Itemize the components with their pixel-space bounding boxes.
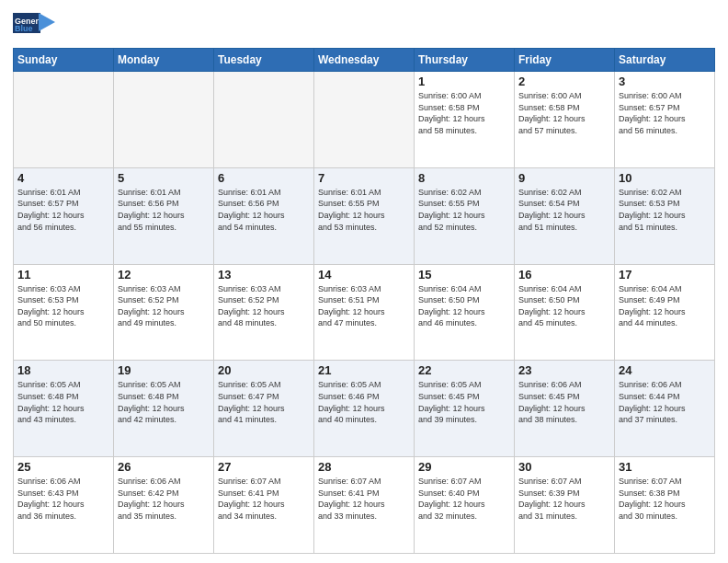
day-number: 15 xyxy=(418,268,510,282)
day-info: Sunrise: 6:01 AMSunset: 6:56 PMDaylight:… xyxy=(118,187,210,233)
calendar-week-row: 4Sunrise: 6:01 AMSunset: 6:57 PMDaylight… xyxy=(14,167,715,264)
day-info: Sunrise: 6:01 AMSunset: 6:56 PMDaylight:… xyxy=(218,187,310,233)
day-info: Sunrise: 6:01 AMSunset: 6:57 PMDaylight:… xyxy=(17,187,109,233)
day-header-sunday: Sunday xyxy=(14,49,114,72)
day-number: 21 xyxy=(318,363,410,377)
calendar-cell: 26Sunrise: 6:06 AMSunset: 6:42 PMDayligh… xyxy=(114,457,214,554)
day-info: Sunrise: 6:06 AMSunset: 6:43 PMDaylight:… xyxy=(17,476,109,522)
calendar-cell: 19Sunrise: 6:05 AMSunset: 6:48 PMDayligh… xyxy=(114,361,214,457)
calendar-week-row: 1Sunrise: 6:00 AMSunset: 6:58 PMDaylight… xyxy=(14,72,715,168)
day-number: 23 xyxy=(518,363,610,377)
day-number: 14 xyxy=(318,268,410,282)
calendar-cell: 12Sunrise: 6:03 AMSunset: 6:52 PMDayligh… xyxy=(114,264,214,361)
day-info: Sunrise: 6:01 AMSunset: 6:55 PMDaylight:… xyxy=(318,187,410,233)
calendar-cell xyxy=(114,72,214,168)
day-info: Sunrise: 6:06 AMSunset: 6:44 PMDaylight:… xyxy=(619,379,711,425)
calendar-table: SundayMondayTuesdayWednesdayThursdayFrid… xyxy=(13,48,715,554)
calendar-cell: 24Sunrise: 6:06 AMSunset: 6:44 PMDayligh… xyxy=(615,361,715,457)
calendar-cell: 6Sunrise: 6:01 AMSunset: 6:56 PMDaylight… xyxy=(214,167,314,264)
calendar-cell xyxy=(14,72,114,168)
day-info: Sunrise: 6:03 AMSunset: 6:53 PMDaylight:… xyxy=(17,283,109,329)
calendar-cell: 14Sunrise: 6:03 AMSunset: 6:51 PMDayligh… xyxy=(314,264,415,361)
day-info: Sunrise: 6:05 AMSunset: 6:48 PMDaylight:… xyxy=(118,379,210,425)
day-info: Sunrise: 6:00 AMSunset: 6:57 PMDaylight:… xyxy=(619,90,711,136)
calendar-cell: 16Sunrise: 6:04 AMSunset: 6:50 PMDayligh… xyxy=(515,264,615,361)
day-number: 6 xyxy=(218,171,310,185)
day-info: Sunrise: 6:07 AMSunset: 6:39 PMDaylight:… xyxy=(518,476,610,522)
day-info: Sunrise: 6:07 AMSunset: 6:40 PMDaylight:… xyxy=(418,476,510,522)
header: General Blue xyxy=(13,9,715,42)
day-number: 31 xyxy=(619,460,711,474)
day-number: 2 xyxy=(518,75,610,88)
day-number: 19 xyxy=(118,363,210,377)
day-number: 16 xyxy=(518,268,610,282)
day-info: Sunrise: 6:07 AMSunset: 6:41 PMDaylight:… xyxy=(318,476,410,522)
day-info: Sunrise: 6:02 AMSunset: 6:54 PMDaylight:… xyxy=(518,187,610,233)
day-info: Sunrise: 6:05 AMSunset: 6:45 PMDaylight:… xyxy=(418,379,510,425)
calendar-cell: 15Sunrise: 6:04 AMSunset: 6:50 PMDayligh… xyxy=(415,264,515,361)
day-info: Sunrise: 6:07 AMSunset: 6:38 PMDaylight:… xyxy=(619,476,711,522)
day-number: 28 xyxy=(318,460,410,474)
day-number: 13 xyxy=(218,268,310,282)
day-header-wednesday: Wednesday xyxy=(314,49,415,72)
day-header-monday: Monday xyxy=(114,49,214,72)
day-info: Sunrise: 6:06 AMSunset: 6:42 PMDaylight:… xyxy=(118,476,210,522)
calendar-cell xyxy=(214,72,314,168)
calendar-week-row: 25Sunrise: 6:06 AMSunset: 6:43 PMDayligh… xyxy=(14,457,715,554)
day-info: Sunrise: 6:04 AMSunset: 6:50 PMDaylight:… xyxy=(518,283,610,329)
day-header-saturday: Saturday xyxy=(615,49,715,72)
calendar-cell: 31Sunrise: 6:07 AMSunset: 6:38 PMDayligh… xyxy=(615,457,715,554)
calendar-cell: 5Sunrise: 6:01 AMSunset: 6:56 PMDaylight… xyxy=(114,167,214,264)
day-info: Sunrise: 6:07 AMSunset: 6:41 PMDaylight:… xyxy=(218,476,310,522)
logo-icon: General Blue xyxy=(13,9,55,42)
day-info: Sunrise: 6:02 AMSunset: 6:55 PMDaylight:… xyxy=(418,187,510,233)
day-number: 27 xyxy=(218,460,310,474)
calendar-cell: 17Sunrise: 6:04 AMSunset: 6:49 PMDayligh… xyxy=(615,264,715,361)
day-info: Sunrise: 6:05 AMSunset: 6:47 PMDaylight:… xyxy=(218,379,310,425)
calendar-cell: 30Sunrise: 6:07 AMSunset: 6:39 PMDayligh… xyxy=(515,457,615,554)
day-info: Sunrise: 6:05 AMSunset: 6:46 PMDaylight:… xyxy=(318,379,410,425)
page: General Blue SundayMondayTuesdayWednesda… xyxy=(0,0,728,563)
calendar-cell: 1Sunrise: 6:00 AMSunset: 6:58 PMDaylight… xyxy=(415,72,515,168)
day-header-thursday: Thursday xyxy=(415,49,515,72)
day-info: Sunrise: 6:03 AMSunset: 6:51 PMDaylight:… xyxy=(318,283,410,329)
calendar-cell: 10Sunrise: 6:02 AMSunset: 6:53 PMDayligh… xyxy=(615,167,715,264)
calendar-cell: 29Sunrise: 6:07 AMSunset: 6:40 PMDayligh… xyxy=(415,457,515,554)
day-number: 26 xyxy=(118,460,210,474)
day-number: 9 xyxy=(518,171,610,185)
calendar-cell: 11Sunrise: 6:03 AMSunset: 6:53 PMDayligh… xyxy=(14,264,114,361)
day-info: Sunrise: 6:06 AMSunset: 6:45 PMDaylight:… xyxy=(518,379,610,425)
calendar-cell: 2Sunrise: 6:00 AMSunset: 6:58 PMDaylight… xyxy=(515,72,615,168)
day-info: Sunrise: 6:04 AMSunset: 6:49 PMDaylight:… xyxy=(619,283,711,329)
calendar-cell: 8Sunrise: 6:02 AMSunset: 6:55 PMDaylight… xyxy=(415,167,515,264)
calendar-cell: 4Sunrise: 6:01 AMSunset: 6:57 PMDaylight… xyxy=(14,167,114,264)
day-header-friday: Friday xyxy=(515,49,615,72)
calendar-cell: 9Sunrise: 6:02 AMSunset: 6:54 PMDaylight… xyxy=(515,167,615,264)
day-number: 24 xyxy=(619,363,711,377)
day-info: Sunrise: 6:04 AMSunset: 6:50 PMDaylight:… xyxy=(418,283,510,329)
day-number: 4 xyxy=(17,171,109,185)
svg-marker-3 xyxy=(39,13,55,31)
day-number: 8 xyxy=(418,171,510,185)
calendar-header-row: SundayMondayTuesdayWednesdayThursdayFrid… xyxy=(14,49,715,72)
calendar-cell: 22Sunrise: 6:05 AMSunset: 6:45 PMDayligh… xyxy=(415,361,515,457)
calendar-week-row: 11Sunrise: 6:03 AMSunset: 6:53 PMDayligh… xyxy=(14,264,715,361)
calendar-cell: 7Sunrise: 6:01 AMSunset: 6:55 PMDaylight… xyxy=(314,167,415,264)
day-number: 12 xyxy=(118,268,210,282)
day-info: Sunrise: 6:05 AMSunset: 6:48 PMDaylight:… xyxy=(17,379,109,425)
calendar-cell: 25Sunrise: 6:06 AMSunset: 6:43 PMDayligh… xyxy=(14,457,114,554)
day-header-tuesday: Tuesday xyxy=(214,49,314,72)
day-number: 11 xyxy=(17,268,109,282)
day-number: 20 xyxy=(218,363,310,377)
calendar-cell: 20Sunrise: 6:05 AMSunset: 6:47 PMDayligh… xyxy=(214,361,314,457)
day-info: Sunrise: 6:03 AMSunset: 6:52 PMDaylight:… xyxy=(218,283,310,329)
day-info: Sunrise: 6:02 AMSunset: 6:53 PMDaylight:… xyxy=(619,187,711,233)
day-number: 7 xyxy=(318,171,410,185)
calendar-cell: 21Sunrise: 6:05 AMSunset: 6:46 PMDayligh… xyxy=(314,361,415,457)
calendar-week-row: 18Sunrise: 6:05 AMSunset: 6:48 PMDayligh… xyxy=(14,361,715,457)
day-number: 5 xyxy=(118,171,210,185)
day-number: 17 xyxy=(619,268,711,282)
svg-text:Blue: Blue xyxy=(15,24,33,33)
calendar-cell: 28Sunrise: 6:07 AMSunset: 6:41 PMDayligh… xyxy=(314,457,415,554)
day-number: 1 xyxy=(418,75,510,88)
